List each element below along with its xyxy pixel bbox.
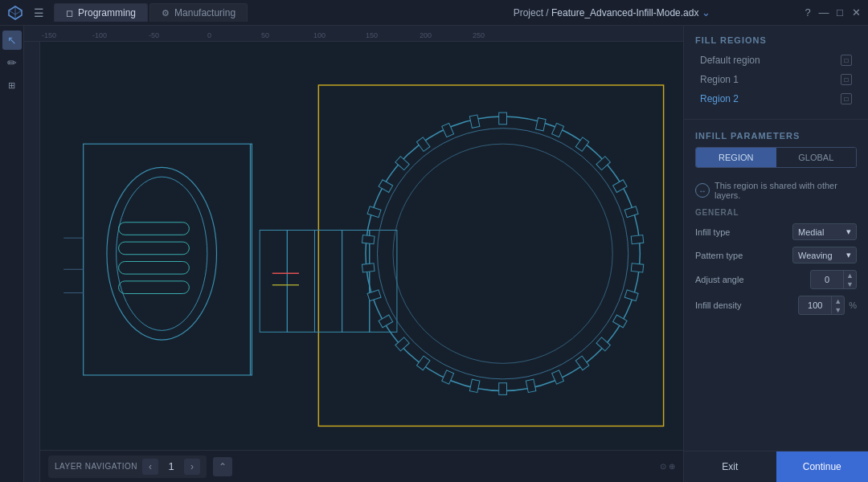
region-2-icon: □: [841, 93, 852, 104]
adjust-angle-row: Adjust angle ▲ ▼: [695, 270, 857, 289]
region-default-label: Default region: [700, 55, 760, 66]
svg-point-48: [393, 144, 612, 363]
layer-next-button[interactable]: ›: [184, 459, 200, 475]
fill-regions-title: FILL REGIONS: [684, 26, 868, 51]
infill-density-control: ▲ ▼ %: [798, 296, 857, 315]
ruler-label-100: 100: [313, 31, 326, 39]
svg-rect-24: [624, 206, 638, 218]
infill-density-increment[interactable]: ▲: [832, 296, 844, 305]
svg-rect-26: [631, 263, 644, 272]
measure-tool-button[interactable]: ⊞: [2, 76, 22, 95]
infill-density-label: Infill density: [695, 300, 741, 310]
manufacturing-tab-icon: ⚙: [162, 8, 170, 18]
divider-1: [684, 119, 868, 120]
svg-rect-41: [362, 235, 375, 244]
help-button[interactable]: ?: [802, 7, 813, 18]
adjust-angle-increment[interactable]: ▲: [844, 271, 856, 280]
adjust-angle-label: Adjust angle: [695, 275, 744, 284]
draw-tool-button[interactable]: ✏: [2, 53, 22, 72]
svg-rect-42: [367, 206, 381, 218]
minimize-button[interactable]: —: [818, 7, 829, 18]
region-2[interactable]: Region 2 □: [695, 90, 857, 108]
title-prefix: Project /: [514, 7, 551, 18]
svg-rect-32: [526, 379, 536, 392]
svg-rect-18: [499, 112, 507, 125]
shared-notice: ↔ This region is shared with other layer…: [684, 176, 868, 208]
left-toolbar: ↖ ✏ ⊞: [0, 26, 24, 482]
title-file: Feature_Advanced-Infill-Mode.adx: [551, 7, 698, 18]
collapse-button[interactable]: ⌃: [213, 457, 232, 476]
zoom-level: ⊙ ⊕: [660, 462, 675, 471]
svg-point-17: [378, 129, 628, 379]
svg-rect-40: [362, 263, 375, 272]
layer-prev-button[interactable]: ‹: [142, 459, 158, 475]
ruler-label-n150: -150: [42, 31, 56, 39]
infill-type-value: Medial: [798, 227, 824, 237]
window-controls: ? — □ ✕: [802, 7, 862, 18]
programming-tab-label: Programming: [78, 7, 136, 18]
infill-type-select[interactable]: Medial ▾: [792, 223, 857, 240]
adjust-angle-decrement[interactable]: ▼: [844, 280, 856, 288]
region-1-icon: □: [841, 74, 852, 85]
layer-navigation: LAYER NAVIGATION ‹ 1 ›: [48, 455, 207, 478]
svg-rect-20: [552, 123, 564, 137]
pattern-type-label: Pattern type: [695, 251, 743, 260]
svg-rect-37: [395, 337, 409, 351]
region-default-icon: □: [841, 55, 852, 66]
bottom-right-area: ⊙ ⊕: [660, 462, 675, 471]
layer-nav-label: LAYER NAVIGATION: [55, 462, 137, 471]
pattern-type-dropdown-icon: ▾: [846, 250, 851, 260]
svg-rect-1: [84, 144, 252, 375]
svg-rect-10: [287, 230, 314, 332]
bottom-bar: LAYER NAVIGATION ‹ 1 › ⌃ ⊙ ⊕: [40, 450, 683, 482]
svg-rect-31: [552, 370, 564, 384]
tab-manufacturing[interactable]: ⚙ Manufacturing: [149, 3, 248, 22]
close-button[interactable]: ✕: [850, 7, 862, 18]
ruler-label-50: 50: [261, 31, 269, 39]
svg-rect-34: [469, 379, 480, 392]
region-list: Default region □ Region 1 □ Region 2 □: [684, 51, 868, 116]
param-tab-global[interactable]: GLOBAL: [776, 148, 857, 167]
svg-rect-9: [260, 230, 287, 332]
ruler-vertical: [24, 42, 40, 482]
infill-density-input[interactable]: [799, 298, 831, 312]
ruler-label-n100: -100: [92, 31, 107, 39]
svg-rect-13: [370, 230, 397, 332]
svg-point-3: [117, 177, 207, 330]
svg-rect-4: [119, 223, 190, 235]
svg-rect-19: [536, 118, 547, 131]
region-1[interactable]: Region 1 □: [695, 71, 857, 88]
ruler-horizontal: -150 -100 -50 0 50 100 150 200 250: [24, 26, 683, 42]
exit-button[interactable]: Exit: [684, 451, 776, 482]
pattern-type-select[interactable]: Weaving ▾: [792, 247, 857, 263]
general-title: GENERAL: [695, 208, 857, 223]
app-logo: [6, 4, 24, 22]
param-tab-region[interactable]: REGION: [696, 148, 776, 167]
svg-rect-33: [499, 383, 507, 395]
ruler-label-250: 250: [473, 31, 485, 39]
window-title: Project / Feature_Advanced-Infill-Mode.a…: [428, 6, 796, 18]
continue-button[interactable]: Continue: [776, 451, 869, 482]
infill-density-decrement[interactable]: ▼: [832, 305, 844, 314]
pattern-type-value: Weaving: [798, 251, 833, 260]
hamburger-menu[interactable]: ☰: [31, 5, 47, 21]
ruler-label-n50: -50: [149, 31, 159, 39]
adjust-angle-input[interactable]: [811, 272, 843, 287]
infill-type-row: Infill type Medial ▾: [695, 223, 857, 240]
canvas-area[interactable]: -150 -100 -50 0 50 100 150 200 250: [24, 26, 683, 482]
main-svg: [40, 42, 683, 450]
select-tool-button[interactable]: ↖: [2, 31, 22, 50]
tab-programming[interactable]: ◻ Programming: [54, 3, 148, 22]
adjust-angle-input-group: ▲ ▼: [810, 270, 857, 289]
svg-rect-6: [119, 262, 190, 275]
region-default[interactable]: Default region □: [695, 51, 857, 69]
svg-rect-27: [624, 290, 638, 301]
canvas-viewport[interactable]: [40, 42, 683, 450]
maximize-button[interactable]: □: [834, 7, 845, 18]
programming-tab-icon: ◻: [66, 8, 73, 18]
adjust-angle-control: ▲ ▼: [810, 270, 857, 289]
shared-notice-icon: ↔: [695, 183, 710, 198]
infill-density-stepper: ▲ ▼: [831, 296, 844, 314]
region-1-label: Region 1: [700, 74, 739, 85]
svg-rect-25: [631, 235, 644, 244]
